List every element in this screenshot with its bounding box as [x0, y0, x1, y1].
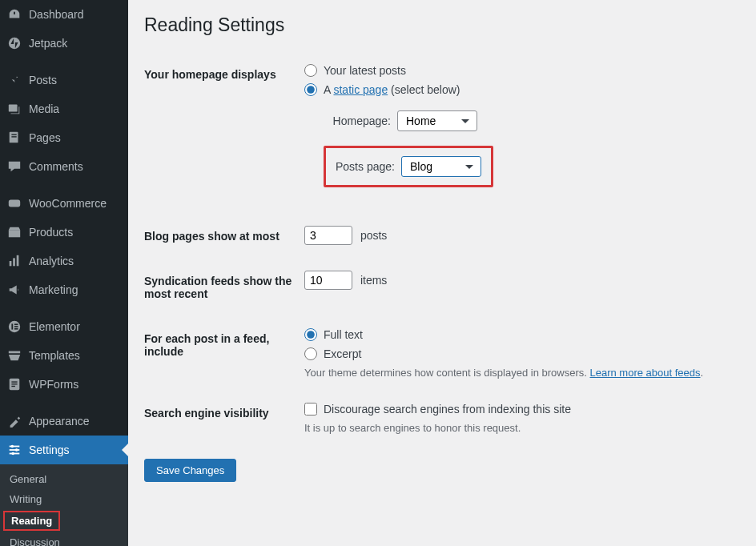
latest-posts-label: Your latest posts [324, 64, 406, 77]
sidebar-item-media[interactable]: Media [0, 94, 128, 123]
sidebar-item-woocommerce[interactable]: WooCommerce [0, 189, 128, 218]
svg-rect-16 [11, 381, 17, 382]
homepage-displays-label: Your homepage displays [144, 52, 304, 214]
marketing-icon [6, 282, 22, 298]
feed-description: Your theme determines how content is dis… [304, 367, 732, 379]
sidebar-item-comments[interactable]: Comments [0, 152, 128, 181]
submenu-item-discussion[interactable]: Discussion [0, 532, 128, 546]
static-page-radio[interactable] [304, 83, 317, 96]
sidebar-item-label: Products [29, 226, 73, 239]
submenu-item-general[interactable]: General [0, 469, 128, 489]
svg-rect-11 [11, 323, 13, 329]
media-icon [6, 101, 22, 117]
svg-rect-2 [10, 132, 18, 143]
syndication-input[interactable] [304, 271, 352, 290]
svg-rect-17 [11, 383, 17, 384]
svg-point-0 [9, 38, 20, 49]
sidebar-item-pages[interactable]: Pages [0, 123, 128, 152]
sidebar-item-label: WooCommerce [29, 197, 107, 210]
svg-rect-6 [9, 230, 20, 237]
sidebar-item-marketing[interactable]: Marketing [0, 275, 128, 304]
sidebar-item-label: Marketing [29, 283, 78, 296]
svg-rect-5 [9, 200, 20, 207]
pages-icon [6, 130, 22, 146]
discourage-search-checkbox[interactable] [304, 403, 317, 416]
svg-rect-7 [10, 261, 12, 266]
products-icon [6, 224, 22, 240]
elementor-icon [6, 319, 22, 335]
svg-rect-14 [14, 328, 18, 330]
svg-rect-12 [14, 323, 18, 325]
svg-rect-3 [11, 134, 16, 135]
syndication-label: Syndication feeds show the most recent [144, 259, 304, 316]
sidebar-item-posts[interactable]: Posts [0, 66, 128, 94]
svg-rect-1 [9, 105, 18, 112]
appearance-icon [6, 413, 22, 429]
blog-pages-input[interactable] [304, 226, 352, 245]
static-page-label: A static page (select below) [324, 83, 460, 96]
admin-sidebar: DashboardJetpackPostsMediaPagesCommentsW… [0, 0, 128, 546]
sidebar-item-jetpack[interactable]: Jetpack [0, 29, 128, 58]
sidebar-item-label: Templates [29, 349, 80, 362]
sidebar-item-label: WPForms [29, 378, 78, 391]
static-page-link[interactable]: static page [333, 83, 388, 96]
sidebar-item-label: Appearance [29, 415, 90, 428]
feed-full-label: Full text [324, 328, 363, 341]
sidebar-item-wpforms[interactable]: WPForms [0, 370, 128, 399]
sidebar-item-elementor[interactable]: Elementor [0, 312, 128, 341]
analytics-icon [6, 253, 22, 269]
pin-icon [6, 72, 22, 88]
svg-rect-13 [14, 326, 18, 327]
blog-pages-label: Blog pages show at most [144, 214, 304, 259]
svg-point-24 [11, 452, 14, 456]
svg-rect-4 [11, 136, 16, 137]
feed-excerpt-radio[interactable] [304, 347, 317, 360]
feed-include-label: For each post in a feed, include [144, 316, 304, 391]
sidebar-item-templates[interactable]: Templates [0, 341, 128, 370]
sidebar-item-label: Jetpack [29, 37, 67, 50]
jetpack-icon [6, 35, 22, 51]
sidebar-item-label: Media [29, 102, 59, 115]
sidebar-item-label: Analytics [29, 255, 74, 267]
svg-point-22 [11, 445, 14, 448]
posts-page-select[interactable]: Blog [401, 156, 481, 177]
sidebar-item-analytics[interactable]: Analytics [0, 247, 128, 275]
sidebar-item-label: Elementor [29, 320, 80, 333]
feed-excerpt-label: Excerpt [324, 347, 361, 360]
syndication-unit: items [360, 274, 387, 287]
wpforms-icon [6, 376, 22, 392]
discourage-search-label: Discourage search engines from indexing … [324, 403, 571, 416]
learn-more-feeds-link[interactable]: Learn more about feeds [589, 367, 700, 379]
svg-rect-18 [11, 386, 15, 387]
sidebar-item-label: Comments [29, 160, 83, 173]
sidebar-item-products[interactable]: Products [0, 218, 128, 247]
sidebar-item-label: Settings [29, 444, 70, 456]
sidebar-item-label: Posts [29, 74, 57, 86]
sidebar-item-settings[interactable]: Settings [0, 436, 128, 464]
sidebar-item-dashboard[interactable]: Dashboard [0, 0, 128, 29]
templates-icon [6, 347, 22, 363]
settings-form: Your homepage displays Your latest posts… [144, 52, 740, 446]
svg-rect-9 [17, 255, 19, 267]
feed-full-radio[interactable] [304, 328, 317, 341]
posts-page-highlight: Posts page: Blog [324, 146, 493, 187]
latest-posts-radio[interactable] [304, 64, 317, 77]
svg-point-23 [15, 448, 18, 452]
sidebar-item-appearance[interactable]: Appearance [0, 407, 128, 436]
submenu-item-reading[interactable]: Reading [3, 511, 60, 531]
submenu-item-writing[interactable]: Writing [0, 489, 128, 509]
sidebar-item-label: Dashboard [29, 8, 84, 21]
woo-icon [6, 195, 22, 211]
page-title: Reading Settings [144, 14, 740, 36]
homepage-select[interactable]: Home [397, 110, 477, 131]
search-visibility-desc: It is up to search engines to honor this… [304, 422, 732, 434]
homepage-select-label: Homepage: [324, 114, 391, 127]
comments-icon [6, 159, 22, 175]
content-area: Reading Settings Your homepage displays … [128, 0, 756, 546]
posts-page-select-label: Posts page: [336, 160, 395, 173]
svg-rect-8 [13, 258, 15, 266]
save-button[interactable]: Save Changes [144, 459, 236, 482]
blog-pages-unit: posts [360, 229, 387, 242]
dashboard-icon [6, 6, 22, 22]
search-visibility-label: Search engine visibility [144, 391, 304, 446]
